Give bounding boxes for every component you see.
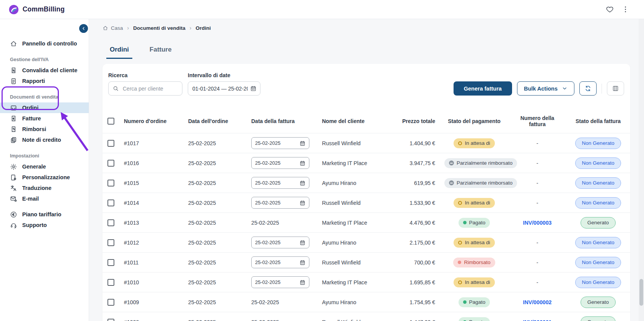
order-number-cell: #1017 <box>119 133 184 153</box>
payment-status-badge: In attesa di <box>454 238 494 248</box>
refresh-button[interactable] <box>579 81 597 96</box>
breadcrumb-item-casa[interactable]: Casa <box>102 25 123 31</box>
sidebar-item-supporto[interactable]: Supporto <box>0 220 89 230</box>
sidebar-collapse-button[interactable] <box>79 24 88 33</box>
invoice-date-cell: 25-02-2025 <box>247 312 317 321</box>
invoice-number-link[interactable]: INV/000001 <box>523 319 552 321</box>
invoice-date-input[interactable]: 25-02-2025 <box>251 197 309 209</box>
receipt-euro-icon <box>10 115 17 122</box>
sidebar-item-note-di-credito[interactable]: Note di credito <box>0 135 89 145</box>
breadcrumb-item-documenti-di-vendita[interactable]: Documenti di vendita <box>133 25 185 31</box>
sidebar-item-traduzione[interactable]: Traduzione <box>0 183 89 193</box>
status-dot-icon <box>463 300 467 304</box>
invoice-date-input[interactable]: 25-02-2025 <box>251 177 309 189</box>
invoice-date-input[interactable]: 25-02-2025 <box>251 276 309 288</box>
order-date-cell: 25-02-2025 <box>184 292 247 312</box>
chevron-down-icon <box>562 86 568 91</box>
invoice-number-link[interactable]: INV/000002 <box>523 299 552 305</box>
row-checkbox[interactable] <box>107 299 114 306</box>
generate-invoice-button[interactable]: Genera fattura <box>454 81 512 96</box>
sidebar-item-ordini[interactable]: Ordini <box>0 102 89 113</box>
table-actions: Genera fattura Bulk Actions <box>454 81 624 96</box>
total-price-cell: 1.404,90 € <box>396 133 440 153</box>
row-checkbox[interactable] <box>107 180 114 186</box>
sidebar-item-convalida-del-cliente[interactable]: Convalida del cliente <box>0 65 89 76</box>
order-date-cell: 25-02-2025 <box>184 213 247 233</box>
row-select-cell <box>102 292 119 312</box>
kebab-menu-icon[interactable] <box>621 5 629 13</box>
invoice-date-cell: 25-02-2025 <box>247 213 317 233</box>
row-checkbox[interactable] <box>107 219 114 226</box>
invoice-date-input[interactable]: 25-02-2025 <box>251 157 309 169</box>
invoice-status-cell: Generato <box>566 312 630 321</box>
invoice-date-cell: 25-02-2025 <box>247 292 317 312</box>
date-range-input[interactable]: 01-01-2024 — 25-02-2025 <box>188 81 260 96</box>
heart-icon[interactable] <box>606 5 614 13</box>
invoice-status-badge: Generato <box>581 316 616 321</box>
row-checkbox[interactable] <box>107 199 114 206</box>
row-select-cell <box>102 193 119 213</box>
payment-status-cell: Rimborsato <box>440 253 509 272</box>
search-input-field[interactable] <box>122 85 178 92</box>
sidebar-item-label: Fatture <box>22 115 41 122</box>
tab-ordini[interactable]: Ordini <box>106 44 132 59</box>
brand-logo-icon <box>8 4 19 15</box>
sidebar-item-rimborsi[interactable]: Rimborsi <box>0 124 89 135</box>
breadcrumb-item-label: Casa <box>111 25 123 31</box>
invoice-status-badge: Non Generato <box>575 237 621 248</box>
topbar-actions <box>606 5 629 13</box>
column-header-data-dell-ordine: Data dell'ordine <box>184 109 247 133</box>
invoice-date-input[interactable]: 25-02-2025 <box>251 256 309 268</box>
scrollbar-thumb[interactable] <box>639 279 643 306</box>
invoice-number-link[interactable]: INV/000003 <box>523 220 552 226</box>
sidebar-item-label: Convalida del cliente <box>22 67 77 73</box>
sidebar-item-piano-tariffario[interactable]: Piano tariffario <box>0 209 89 220</box>
row-checkbox[interactable] <box>107 319 114 321</box>
columns-button[interactable] <box>607 81 624 96</box>
sidebar-item-pannello-di-controllo[interactable]: Pannello di controllo <box>0 38 89 49</box>
home-icon <box>102 25 108 31</box>
invoice-date-value: 25-02-2025 <box>251 319 279 321</box>
invoice-number-cell: INV/000003 <box>509 213 566 233</box>
invoice-date-input[interactable]: 25-02-2025 <box>251 137 309 149</box>
table-body: #101725-02-202525-02-2025Russell Winfiel… <box>102 133 630 321</box>
sidebar-item-rapporti[interactable]: Rapporti <box>0 76 89 86</box>
refresh-icon <box>584 85 592 92</box>
row-checkbox[interactable] <box>107 160 114 167</box>
order-date-cell: 25-02-2025 <box>184 312 247 321</box>
order-number-cell: #1009 <box>119 292 184 312</box>
breadcrumb-item-ordini[interactable]: Ordini <box>195 25 211 31</box>
select-all-checkbox[interactable] <box>107 118 114 125</box>
sidebar-item-generale[interactable]: Generale <box>0 161 89 172</box>
invoice-number-empty: - <box>537 180 538 186</box>
row-checkbox[interactable] <box>107 279 114 286</box>
status-dot-icon <box>458 141 462 145</box>
invoice-status-cell: Non Generato <box>566 272 630 292</box>
invoice-date-value: 25-02-2025 <box>255 180 281 186</box>
row-checkbox[interactable] <box>107 259 114 266</box>
customer-name-cell: Marketing IT Place <box>317 213 396 233</box>
payment-status-badge: In attesa di <box>454 198 494 208</box>
invoice-date-cell: 25-02-2025 <box>247 173 317 193</box>
sidebar-item-fatture[interactable]: Fatture <box>0 113 89 124</box>
row-checkbox[interactable] <box>107 140 114 147</box>
order-date-cell: 25-02-2025 <box>184 272 247 292</box>
chevron-left-icon <box>81 26 86 31</box>
minus-circle-icon <box>449 160 454 165</box>
sidebar-item-personalizzazione[interactable]: Personalizzazione <box>0 172 89 183</box>
payment-status-cell: In attesa di <box>440 193 509 213</box>
row-checkbox[interactable] <box>107 239 114 246</box>
select-all-header <box>102 109 119 133</box>
search-input[interactable] <box>108 81 182 96</box>
invoice-date-input[interactable]: 25-02-2025 <box>251 237 309 248</box>
tab-fatture[interactable]: Fatture <box>146 44 175 59</box>
sidebar-group: Documenti di venditaOrdiniFattureRimbors… <box>0 86 89 145</box>
invoice-date-value: 25-02-2025 <box>255 160 281 166</box>
sidebar-item-e-mail[interactable]: E-mail <box>0 193 89 204</box>
payment-status-badge: In attesa di <box>454 277 494 287</box>
customer-name-cell: Marketing IT Place <box>317 153 396 173</box>
column-header-numero-della-fattura: Numero della fattura <box>509 109 566 133</box>
row-select-cell <box>102 253 119 272</box>
bulk-actions-button[interactable]: Bulk Actions <box>517 81 574 96</box>
customer-name-cell: Marketing IT Place <box>317 272 396 292</box>
